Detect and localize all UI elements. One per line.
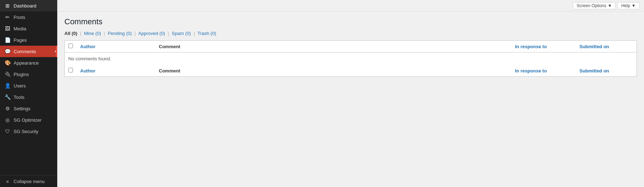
th-submitted-top[interactable]: Submitted on [576,41,637,52]
th-submitted-bottom[interactable]: Submitted on [576,65,637,77]
th-comment-top: Comment [155,41,512,52]
th-comment-bottom: Comment [155,65,512,77]
sidebar-label-settings: Settings [14,106,53,111]
appearance-icon: 🎨 [4,60,11,66]
sidebar: ⊞ Dashboard ✏ Posts 🖼 Media 📄 Pages 💬 Co… [0,0,57,187]
sep-5: | [194,31,195,36]
th-response-top[interactable]: In response to [512,41,576,52]
screen-options-button[interactable]: Screen Options ▼ [573,2,616,9]
sidebar-item-users[interactable]: 👤 Users [0,80,57,91]
no-comments-row: No comments found. [65,52,637,65]
filter-spam[interactable]: Spam (0) [172,31,192,36]
sidebar-item-pages[interactable]: 📄 Pages [0,34,57,46]
filter-pending[interactable]: Pending (0) [108,31,133,36]
dashboard-icon: ⊞ [4,3,11,9]
select-all-checkbox-bottom[interactable] [68,68,73,72]
help-chevron-icon: ▼ [631,3,636,8]
no-comments-message: No comments found. [68,56,111,61]
sidebar-item-dashboard[interactable]: ⊞ Dashboard [0,0,57,11]
th-response-bottom[interactable]: In response to [512,65,576,77]
response-sort-link-bottom[interactable]: In response to [515,68,547,74]
help-button[interactable]: Help ▼ [617,2,640,9]
screen-options-label: Screen Options [577,3,606,8]
th-author-top[interactable]: Author [77,41,155,52]
response-sort-link-top[interactable]: In response to [515,44,547,49]
comments-icon: 💬 [4,49,11,54]
sep-2: | [104,31,105,36]
author-sort-link-top[interactable]: Author [80,44,96,49]
screen-options-chevron-icon: ▼ [608,3,612,8]
filter-approved[interactable]: Approved (0) [138,31,166,36]
topbar: Screen Options ▼ Help ▼ [57,0,644,11]
sidebar-label-media: Media [14,26,53,31]
page-title: Comments [64,17,637,26]
sidebar-label-appearance: Appearance [14,60,53,66]
help-label: Help [621,3,630,8]
sidebar-item-plugins[interactable]: 🔌 Plugins [0,69,57,80]
sidebar-label-sg-security: SG Security [14,129,53,134]
th-checkbox-bottom [65,65,77,77]
sidebar-label-users: Users [14,83,53,89]
sg-optimizer-icon: ◎ [4,117,11,123]
posts-icon: ✏ [4,14,11,20]
sidebar-label-pages: Pages [14,37,53,43]
active-arrow [55,49,57,54]
sep-4: | [168,31,169,36]
sep-3: | [135,31,136,36]
author-sort-link-bottom[interactable]: Author [80,68,96,74]
sidebar-item-media[interactable]: 🖼 Media [0,23,57,34]
submitted-sort-link-bottom[interactable]: Submitted on [580,68,609,74]
sidebar-item-sg-security[interactable]: 🛡 SG Security [0,126,57,137]
submitted-sort-link-top[interactable]: Submitted on [580,44,609,49]
plugins-icon: 🔌 [4,71,11,77]
users-icon: 👤 [4,83,11,89]
sidebar-label-posts: Posts [14,15,53,20]
sidebar-item-sg-optimizer[interactable]: ◎ SG Optimizer [0,114,57,126]
settings-icon: ⚙ [4,106,11,111]
table-header-top: Author Comment In response to Submitted … [65,41,637,52]
sidebar-item-comments[interactable]: 💬 Comments [0,46,57,57]
sidebar-label-sg-optimizer: SG Optimizer [14,117,53,123]
main-content: Screen Options ▼ Help ▼ Comments All (0)… [57,0,644,187]
content-area: Comments All (0) | Mine (0) | Pending (0… [57,11,644,187]
no-comments-cell: No comments found. [65,52,637,65]
th-checkbox-top [65,41,77,52]
sidebar-label-dashboard: Dashboard [14,3,53,9]
comments-table: Author Comment In response to Submitted … [64,40,637,77]
sg-security-icon: 🛡 [4,128,11,134]
filter-all[interactable]: All (0) [64,31,79,36]
tools-icon: 🔧 [4,94,11,100]
filter-mine[interactable]: Mine (0) [84,31,102,36]
pages-icon: 📄 [4,37,11,43]
filter-trash[interactable]: Trash (0) [197,31,216,36]
filter-links: All (0) | Mine (0) | Pending (0) | Appro… [64,31,637,36]
sep-1: | [80,31,81,36]
sidebar-collapse-menu[interactable]: « Collapse menu [0,175,57,187]
sidebar-item-appearance[interactable]: 🎨 Appearance [0,57,57,69]
sidebar-label-tools: Tools [14,95,53,100]
collapse-icon: « [4,178,11,184]
sidebar-item-tools[interactable]: 🔧 Tools [0,91,57,103]
table-header-bottom: Author Comment In response to Submitted … [65,65,637,77]
media-icon: 🖼 [4,26,11,31]
sidebar-item-posts[interactable]: ✏ Posts [0,11,57,23]
sidebar-item-settings[interactable]: ⚙ Settings [0,103,57,114]
sidebar-label-plugins: Plugins [14,72,53,77]
sidebar-label-comments: Comments [14,49,53,54]
collapse-label: Collapse menu [14,179,53,184]
th-author-bottom[interactable]: Author [77,65,155,77]
select-all-checkbox-top[interactable] [68,44,73,48]
